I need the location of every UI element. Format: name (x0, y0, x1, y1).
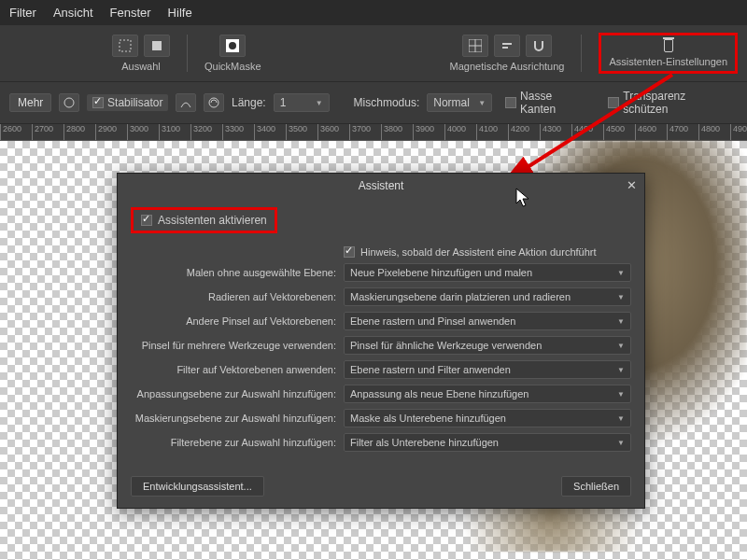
grid-icon[interactable] (462, 35, 488, 57)
ruler-tick: 3700 (349, 124, 371, 141)
nasse-label: Nasse Kanten (520, 90, 589, 116)
option-dropdown[interactable]: Anpassung als neue Ebene hinzufügen▼ (344, 385, 631, 403)
tool-label-assist: Assistenten-Einstellungen (609, 56, 727, 67)
ruler-tick: 3200 (190, 124, 212, 141)
tool-label-magnet: Magnetische Ausrichtung (450, 61, 565, 72)
chevron-down-icon: ▼ (617, 317, 625, 326)
ruler-tick: 3100 (159, 124, 180, 141)
ruler-tick: 2600 (0, 124, 21, 141)
option-label: Anpassungsebene zur Auswahl hinzufügen: (131, 388, 336, 399)
rope-icon[interactable] (204, 93, 224, 112)
option-value: Anpassung als neue Ebene hinzufügen (350, 388, 529, 399)
option-label: Filter auf Vektorebenen anwenden: (131, 364, 336, 375)
mischmodus-dropdown[interactable]: Normal ▼ (427, 93, 492, 112)
divider (187, 35, 188, 72)
toolbar-main: Auswahl QuickMaske Magnetische Ausrichtu… (0, 25, 747, 82)
tool-label-quickmaske: QuickMaske (204, 61, 261, 72)
chevron-down-icon: ▼ (617, 414, 625, 423)
menu-fenster[interactable]: Fenster (110, 6, 151, 20)
svg-point-3 (229, 42, 236, 49)
dialog-option-row: Malen ohne ausgewählte Ebene:Neue Pixele… (131, 263, 631, 282)
ruler-tick: 4900 (730, 124, 747, 141)
dialog-option-row: Pinsel für mehrere Werkzeuge verwenden:P… (131, 336, 631, 355)
menubar: Filter Ansicht Fenster Hilfe (0, 0, 747, 25)
mehr-button[interactable]: Mehr (9, 93, 51, 112)
laenge-dropdown[interactable]: 1 ▼ (274, 93, 330, 112)
chevron-down-icon: ▼ (617, 342, 625, 350)
transparenz-checkbox[interactable]: Transparenz schützen (602, 88, 738, 118)
ruler: 2600270028002900300031003200330034003500… (0, 124, 747, 141)
menu-ansicht[interactable]: Ansicht (53, 6, 93, 20)
svg-rect-5 (502, 47, 508, 49)
tool-group-magnet: Magnetische Ausrichtung (450, 35, 565, 72)
option-label: Pinsel für mehrere Werkzeuge verwenden: (131, 340, 336, 351)
dialog-title-text: Assistent (359, 179, 404, 192)
chevron-down-icon: ▼ (617, 439, 625, 447)
chevron-down-icon: ▼ (316, 99, 323, 107)
ruler-tick: 3900 (413, 124, 434, 141)
dialog-option-row: Filter auf Vektorebenen anwenden:Ebene r… (131, 360, 631, 379)
option-value: Maskierungsebene darin platzieren und ra… (350, 291, 571, 302)
tool-group-quickmaske: QuickMaske (204, 35, 261, 72)
dialog-option-row: Anpassungsebene zur Auswahl hinzufügen:A… (131, 385, 631, 403)
option-dropdown[interactable]: Ebene rastern und Filter anwenden▼ (344, 360, 631, 379)
selection-rect-icon[interactable] (112, 35, 138, 57)
ruler-tick: 2800 (63, 124, 85, 141)
option-label: Filterebene zur Auswahl hinzufügen: (131, 437, 336, 448)
menu-filter[interactable]: Filter (9, 6, 36, 20)
assistent-settings-button[interactable]: Assistenten-Einstellungen (599, 33, 738, 74)
option-dropdown[interactable]: Pinsel für ähnliche Werkzeuge verwenden▼ (344, 336, 631, 355)
tool-group-auswahl: Auswahl (112, 35, 170, 72)
checkbox-icon[interactable] (344, 246, 355, 258)
option-value: Ebene rastern und Filter anwenden (350, 364, 511, 375)
nasse-kanten-checkbox[interactable]: Nasse Kanten (500, 88, 595, 118)
magnet-icon[interactable] (526, 35, 552, 57)
dev-assistant-button[interactable]: Entwicklungsassistent... (131, 476, 264, 497)
dialog-option-row: Andere Pinsel auf Vektorebenen:Ebene ras… (131, 312, 631, 330)
laenge-value: 1 (280, 96, 287, 109)
align-icon[interactable] (494, 35, 520, 57)
option-dropdown[interactable]: Neue Pixelebene hinzufügen und malen▼ (344, 263, 631, 282)
selection-solid-icon[interactable] (144, 35, 170, 57)
ruler-tick: 3300 (222, 124, 244, 141)
option-value: Neue Pixelebene hinzufügen und malen (350, 267, 532, 278)
activate-assistants-checkbox[interactable]: Assistenten aktivieren (131, 207, 277, 233)
dialog-titlebar[interactable]: Assistent ✕ (118, 174, 644, 198)
checkbox-icon (141, 215, 152, 226)
dialog-option-row: Radieren auf Vektorebenen:Maskierungsebe… (131, 287, 631, 306)
svg-point-6 (64, 98, 74, 107)
ruler-tick: 3600 (317, 124, 339, 141)
brush-settings-icon[interactable] (59, 93, 79, 112)
option-value: Ebene rastern und Pinsel anwenden (350, 315, 515, 327)
option-label: Radieren auf Vektorebenen: (131, 291, 336, 302)
ruler-tick: 4800 (698, 124, 720, 141)
ruler-tick: 4500 (603, 124, 625, 141)
ruler-tick: 4000 (444, 124, 466, 141)
option-value: Filter als Unterebene hinzufügen (350, 437, 499, 448)
option-value: Pinsel für ähnliche Werkzeuge verwenden (350, 340, 542, 351)
curve-icon[interactable] (176, 93, 196, 112)
checkbox-icon (608, 97, 619, 108)
stabilisator-checkbox[interactable]: Stabilisator (87, 94, 168, 111)
option-value: Maske als Unterebene hinzufügen (350, 413, 506, 424)
activate-label: Assistenten aktivieren (158, 214, 267, 227)
quickmask-icon[interactable] (219, 35, 246, 57)
ruler-tick: 4300 (540, 124, 561, 141)
chevron-down-icon: ▼ (617, 390, 625, 399)
close-dialog-button[interactable]: Schließen (561, 476, 631, 497)
option-label: Malen ohne ausgewählte Ebene: (131, 267, 336, 278)
svg-rect-4 (502, 43, 512, 45)
chevron-down-icon: ▼ (478, 99, 486, 107)
stabilisator-label: Stabilisator (107, 96, 162, 109)
option-dropdown[interactable]: Maske als Unterebene hinzufügen▼ (344, 409, 631, 427)
close-button[interactable]: ✕ (627, 178, 637, 192)
checkbox-icon (92, 97, 104, 108)
option-dropdown[interactable]: Ebene rastern und Pinsel anwenden▼ (344, 312, 631, 330)
ruler-tick: 2900 (95, 124, 117, 141)
ruler-tick: 4700 (667, 124, 688, 141)
option-dropdown[interactable]: Filter als Unterebene hinzufügen▼ (344, 433, 631, 452)
assistant-icon (664, 39, 673, 52)
menu-hilfe[interactable]: Hilfe (168, 6, 192, 20)
option-dropdown[interactable]: Maskierungsebene darin platzieren und ra… (344, 287, 631, 306)
svg-rect-0 (120, 40, 131, 51)
